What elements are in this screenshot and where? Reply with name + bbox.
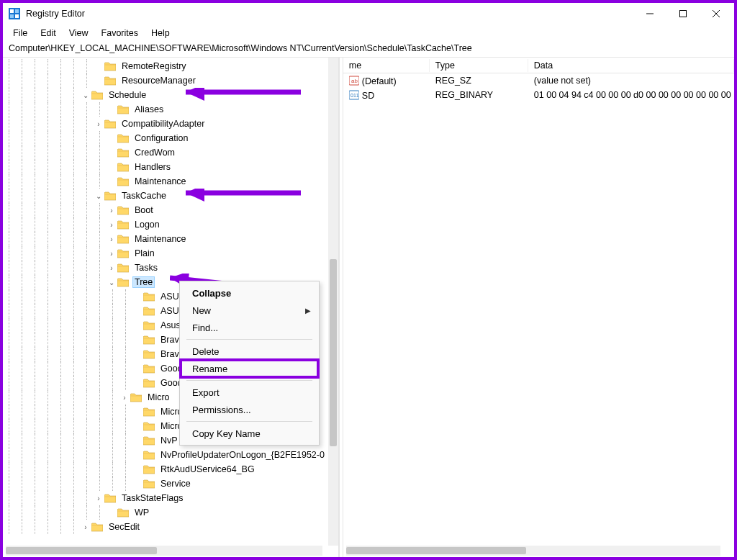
tree-item-label[interactable]: Plain bbox=[132, 248, 157, 259]
tree-item[interactable]: ›Logon bbox=[3, 217, 338, 232]
tree-item-label[interactable]: Boot bbox=[132, 204, 155, 216]
menu-item-export[interactable]: Export bbox=[181, 384, 318, 401]
tree-item[interactable]: ›SecEdit bbox=[3, 520, 338, 534]
chevron-down-icon[interactable]: ⌄ bbox=[107, 277, 117, 287]
chevron-right-icon[interactable]: › bbox=[107, 263, 117, 273]
menu-help[interactable]: Help bbox=[145, 27, 176, 40]
value-list[interactable]: (Default)REG_SZ(value not set)SDREG_BINA… bbox=[343, 73, 734, 102]
menu-item-new[interactable]: New▶ bbox=[181, 302, 318, 319]
col-header-name[interactable]: me bbox=[343, 59, 430, 72]
tree-item-label[interactable]: Configuration bbox=[132, 132, 190, 144]
tree-item-label[interactable]: SecEdit bbox=[107, 521, 142, 533]
tree-item[interactable]: ›Handlers bbox=[3, 160, 338, 174]
tree-item[interactable]: ›Configuration bbox=[3, 131, 338, 145]
tree-item-label[interactable]: Handlers bbox=[132, 161, 173, 173]
folder-icon bbox=[117, 248, 129, 258]
tree-item-label[interactable]: WP bbox=[132, 507, 151, 518]
chevron-right-icon[interactable]: › bbox=[107, 248, 117, 258]
folder-icon bbox=[143, 479, 155, 489]
tree-item-label[interactable]: ResourceManager bbox=[119, 75, 198, 86]
menu-item-rename[interactable]: Rename bbox=[181, 360, 318, 377]
folder-icon bbox=[143, 464, 155, 474]
chevron-right-icon[interactable]: › bbox=[107, 220, 117, 230]
tree-item-label[interactable]: NvProfileUpdaterOnLogon_{B2FE1952-0 bbox=[158, 449, 327, 461]
folder-icon bbox=[117, 277, 129, 287]
menu-favorites[interactable]: Favorites bbox=[96, 27, 144, 40]
menu-item-find[interactable]: Find... bbox=[181, 319, 318, 336]
context-menu: CollapseNew▶Find...DeleteRenameExportPer… bbox=[179, 281, 320, 446]
tree-item[interactable]: ›Maintenance bbox=[3, 174, 338, 189]
tree-item[interactable]: ›ResourceManager bbox=[3, 73, 338, 88]
value-row[interactable]: SDREG_BINARY01 00 04 94 c4 00 00 00 d0 0… bbox=[343, 88, 734, 102]
address-bar[interactable]: Computer\HKEY_LOCAL_MACHINE\SOFTWARE\Mic… bbox=[3, 42, 734, 58]
tree-item[interactable]: ›CompatibilityAdapter bbox=[3, 117, 338, 131]
tree-item[interactable]: ›Boot bbox=[3, 203, 338, 217]
menu-file[interactable]: File bbox=[7, 27, 33, 40]
tree-item-label[interactable]: Maintenance bbox=[132, 233, 189, 245]
tree-item-label[interactable]: Service bbox=[158, 478, 193, 489]
value-row[interactable]: (Default)REG_SZ(value not set) bbox=[343, 73, 734, 88]
tree-item[interactable]: ›Tasks bbox=[3, 261, 338, 275]
chevron-right-icon[interactable]: › bbox=[81, 522, 91, 532]
maximize-button[interactable] bbox=[666, 3, 700, 24]
chevron-right-icon[interactable]: › bbox=[94, 493, 104, 503]
tree-item[interactable]: ›NvProfileUpdaterOnLogon_{B2FE1952-0 bbox=[3, 448, 338, 462]
minimize-button[interactable] bbox=[633, 3, 666, 24]
folder-icon bbox=[143, 435, 155, 446]
folder-icon bbox=[117, 104, 129, 114]
tree-item[interactable]: ›Aliases bbox=[3, 102, 338, 117]
tree-item[interactable]: ⌄TaskCache bbox=[3, 189, 338, 203]
menu-item-copy-key-name[interactable]: Copy Key Name bbox=[181, 425, 318, 442]
tree-vertical-scrollbar[interactable] bbox=[328, 58, 338, 546]
menu-item-delete[interactable]: Delete bbox=[181, 343, 318, 360]
tree-item[interactable]: ›Maintenance bbox=[3, 232, 338, 246]
tree-item[interactable]: ›TaskStateFlags bbox=[3, 491, 338, 505]
menu-item-permissions[interactable]: Permissions... bbox=[181, 401, 318, 418]
value-type: REG_SZ bbox=[430, 75, 528, 86]
tree-item-label[interactable]: Schedule bbox=[107, 89, 148, 101]
tree-item[interactable]: ›Service bbox=[3, 477, 338, 491]
close-button[interactable] bbox=[700, 3, 733, 24]
tree-item-label[interactable]: Tasks bbox=[132, 262, 160, 274]
chevron-down-icon[interactable]: ⌄ bbox=[94, 191, 104, 201]
tree-item-label[interactable]: Maintenance bbox=[132, 176, 189, 187]
folder-icon bbox=[117, 507, 129, 518]
folder-icon bbox=[104, 61, 116, 71]
tree-item-label[interactable]: Aliases bbox=[132, 104, 166, 115]
chevron-right-icon[interactable]: › bbox=[107, 205, 117, 215]
chevron-right-icon[interactable]: › bbox=[94, 119, 104, 129]
tree-item-label[interactable]: TaskCache bbox=[119, 190, 168, 202]
tree-item[interactable]: ›RemoteRegistry bbox=[3, 59, 338, 73]
folder-icon bbox=[104, 119, 116, 129]
folder-icon bbox=[117, 133, 129, 143]
folder-icon bbox=[117, 220, 129, 230]
chevron-down-icon[interactable]: ⌄ bbox=[81, 90, 91, 100]
tree-item-label[interactable]: RtkAudUService64_BG bbox=[158, 464, 257, 475]
menu-view[interactable]: View bbox=[63, 27, 94, 40]
chevron-right-icon[interactable]: › bbox=[119, 392, 130, 402]
tree-horizontal-scrollbar[interactable] bbox=[6, 546, 322, 556]
tree-item[interactable]: ›CredWom bbox=[3, 145, 338, 160]
tree-item[interactable]: ›WP bbox=[3, 505, 338, 520]
menu-edit[interactable]: Edit bbox=[35, 27, 62, 40]
tree-item-label[interactable]: CredWom bbox=[132, 147, 177, 158]
tree-item-label[interactable]: Logon bbox=[132, 219, 162, 230]
folder-icon bbox=[117, 176, 129, 186]
folder-icon bbox=[117, 162, 129, 172]
folder-icon bbox=[143, 450, 155, 460]
tree-item-label[interactable]: Micro bbox=[145, 392, 172, 403]
tree-item-label[interactable]: Tree bbox=[132, 276, 155, 288]
col-header-type[interactable]: Type bbox=[430, 59, 528, 72]
col-header-data[interactable]: Data bbox=[528, 59, 734, 72]
tree-item-label[interactable]: CompatibilityAdapter bbox=[119, 118, 207, 130]
tree-item[interactable]: ›Plain bbox=[3, 246, 338, 261]
tree-item[interactable]: ⌄Schedule bbox=[3, 88, 338, 102]
folder-icon bbox=[104, 76, 116, 86]
tree-item[interactable]: ›RtkAudUService64_BG bbox=[3, 462, 338, 477]
list-horizontal-scrollbar[interactable] bbox=[346, 546, 720, 556]
menu-item-collapse[interactable]: Collapse bbox=[181, 284, 318, 302]
tree-item-label[interactable]: RemoteRegistry bbox=[119, 60, 189, 72]
folder-icon bbox=[117, 263, 129, 273]
tree-item-label[interactable]: TaskStateFlags bbox=[119, 492, 185, 504]
chevron-right-icon[interactable]: › bbox=[107, 234, 117, 244]
